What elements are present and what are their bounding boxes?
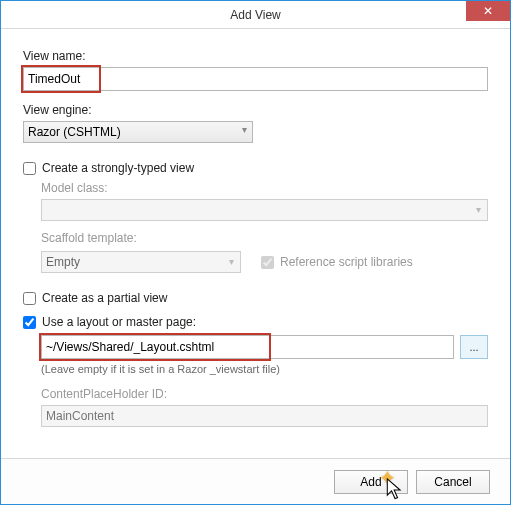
add-button[interactable]: Add: [334, 470, 408, 494]
scaffold-label: Scaffold template:: [41, 231, 488, 245]
strongly-typed-label: Create a strongly-typed view: [42, 161, 194, 175]
strongly-typed-checkbox[interactable]: [23, 162, 36, 175]
dialog-content: View name: View engine: Create a strongl…: [1, 29, 510, 427]
view-engine-select[interactable]: [23, 121, 253, 143]
window-title: Add View: [230, 8, 280, 22]
model-class-label: Model class:: [41, 181, 488, 195]
ellipsis-icon: ...: [469, 341, 478, 353]
scaffold-value: Empty: [46, 255, 80, 269]
dialog-footer: Add Cancel ✦: [1, 458, 510, 504]
browse-layout-button[interactable]: ...: [460, 335, 488, 359]
reference-scripts-label: Reference script libraries: [280, 255, 413, 269]
scaffold-combo: Empty: [41, 251, 241, 273]
model-class-combo: [41, 199, 488, 221]
partial-view-label: Create as a partial view: [42, 291, 167, 305]
layout-path-input[interactable]: [41, 335, 454, 359]
view-engine-label: View engine:: [23, 103, 488, 117]
view-name-input[interactable]: [23, 67, 488, 91]
cancel-button-label: Cancel: [434, 475, 471, 489]
use-layout-checkbox[interactable]: [23, 316, 36, 329]
layout-hint: (Leave empty if it is set in a Razor _vi…: [41, 363, 488, 375]
cancel-button[interactable]: Cancel: [416, 470, 490, 494]
placeholder-label: ContentPlaceHolder ID:: [41, 387, 488, 401]
close-button[interactable]: ✕: [466, 1, 510, 21]
add-button-label: Add: [360, 475, 381, 489]
placeholder-input: [41, 405, 488, 427]
view-name-label: View name:: [23, 49, 488, 63]
partial-view-checkbox[interactable]: [23, 292, 36, 305]
view-engine-select-wrap: [23, 121, 253, 143]
reference-scripts-checkbox: [261, 256, 274, 269]
close-icon: ✕: [483, 4, 493, 18]
use-layout-label: Use a layout or master page:: [42, 315, 196, 329]
title-bar: Add View ✕: [1, 1, 510, 29]
